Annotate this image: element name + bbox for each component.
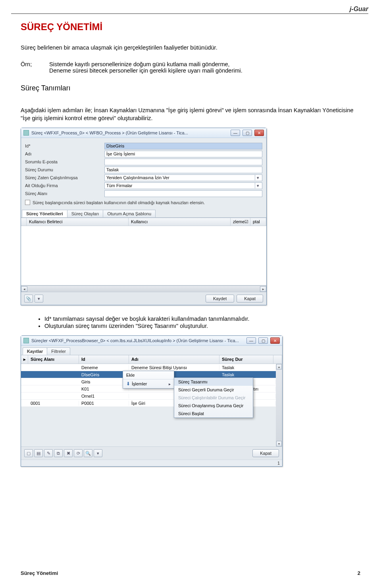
scroll-right-icon[interactable]: ▸ — [260, 286, 266, 292]
submenu-baslat[interactable]: Süreci Başlat — [174, 410, 253, 418]
attach-icon[interactable]: 📎 — [24, 295, 33, 303]
label-id: Id* — [25, 144, 103, 148]
col-adi[interactable]: Adı — [129, 355, 219, 364]
close-button[interactable]: ✕ — [254, 130, 264, 136]
kaydet-button[interactable]: Kaydet — [206, 295, 234, 303]
label-zaten: Süreç Zaten Çalıştırılmışsa — [25, 175, 103, 180]
tab-kayitlar[interactable]: Kayıtlar — [23, 347, 47, 355]
chevron-right-icon: ▸ — [169, 382, 171, 386]
new-icon[interactable]: ▢ — [24, 449, 33, 457]
down-arrow-icon: ⬇ — [126, 381, 130, 387]
window-body: Id* DIseGiris Adı İşe Giriş İşlemi Sorum… — [21, 138, 266, 305]
label-firma: Ait Olduğu Firma — [25, 183, 103, 188]
field-sorumlu[interactable] — [104, 159, 262, 165]
bullet-list: Id* tanımlaması sayısal değer ve boşluk … — [44, 316, 360, 329]
process-browser-window: Süreçler <WFXF_ProcessBrowser_0> < com.l… — [21, 335, 283, 467]
kapat-button[interactable]: Kapat — [237, 295, 263, 303]
body-paragraph: Aşağıdaki işlem adımları ile; İnsan Kayn… — [21, 107, 360, 122]
example-block: Örn; Sistemde kayıtlı personellerinize d… — [21, 61, 360, 74]
col-izleme[interactable]: zleme☑ — [231, 218, 250, 226]
checkbox-label: Süreç başlangıcında süreci başlatan kull… — [33, 200, 205, 205]
checkbox-exclude-pools[interactable] — [25, 200, 30, 205]
subsection-heading: Süreç Tanımları — [21, 84, 360, 92]
dropdown-icon[interactable]: ▾ — [94, 449, 102, 457]
record-count: 1 — [277, 461, 280, 465]
window-footer: 📎 ▾ Kaydet Kapat — [21, 292, 266, 305]
tab-yoneticileri[interactable]: Süreç Yöneticileri — [22, 210, 67, 217]
scroll-left-icon[interactable]: ◂ — [21, 286, 27, 292]
brand-header: j-Guar — [11, 6, 368, 14]
minimize-button[interactable]: — — [231, 130, 240, 136]
kapat-button[interactable]: Kapat — [252, 449, 279, 457]
field-firma[interactable]: Tüm Firmalar▾ — [104, 182, 262, 189]
col-spacer — [273, 355, 282, 364]
example-line2: Deneme süresi bitecek personeller için g… — [49, 67, 360, 74]
maximize-button[interactable]: ▢ — [242, 130, 252, 136]
maximize-button[interactable]: ▢ — [258, 337, 268, 344]
tab-oturum[interactable]: Oturum Açma Şablonu — [103, 210, 156, 217]
browser-grid-body[interactable]: DenemeDeneme Süresi Bitişi UyarısıTaslak… — [21, 364, 276, 407]
page-title: SÜREÇ YÖNETİMİ — [21, 21, 360, 33]
context-menu[interactable]: Ekle ⬇İşlemler ▸ — [123, 371, 174, 389]
process-edit-window: Süreç <WFXF_Process_0> < WFBO_Process > … — [21, 128, 267, 305]
chevron-down-icon: ▾ — [255, 175, 260, 180]
example-body: Sistemde kayıtlı personellerinize doğum … — [49, 61, 360, 74]
col-iptal[interactable]: ptal — [250, 218, 266, 226]
edit-icon[interactable]: ✎ — [44, 449, 53, 457]
col-kullanici-belirteci[interactable]: Kullanıcı Belirteci — [27, 218, 129, 226]
context-submenu[interactable]: Süreç Tasarımı Süreci Geçerli Duruma Geç… — [174, 377, 253, 418]
example-line1: Sistemde kayıtlı personellerinize doğum … — [49, 61, 360, 67]
scroll-up-icon[interactable]: ▴ — [276, 364, 282, 370]
status-row: 1 — [21, 460, 282, 466]
intro-text: Süreç belirlenen bir amaca ulaşmak için … — [21, 44, 360, 51]
vertical-scrollbar[interactable]: ▴ ▾ — [276, 364, 282, 446]
field-id[interactable]: DIseGiris — [104, 143, 262, 149]
ctx-menu-islemler[interactable]: ⬇İşlemler ▸ — [123, 379, 174, 388]
browser-footer: ▢ ▤ ✎ ⧉ ✖ ⟳ 🔍 ▾ Kapat — [21, 446, 282, 460]
label-durum: Süreç Durumu — [25, 167, 103, 172]
footer-left: Süreç Yönetimi — [21, 570, 58, 576]
window-title: Süreç <WFXF_Process_0> < WFBO_Process > … — [31, 130, 228, 135]
submenu-surec-tasarimi[interactable]: Süreç Tasarımı — [174, 378, 253, 386]
open-icon[interactable]: ▤ — [34, 449, 43, 457]
footer-page-number: 2 — [358, 570, 360, 576]
window-titlebar: Süreç <WFXF_Process_0> < WFBO_Process > … — [21, 128, 266, 138]
ctx-menu-ekle[interactable]: Ekle — [123, 371, 174, 379]
minimize-button[interactable]: — — [246, 337, 256, 344]
browser-grid-header: ▸ Süreç Alanı Id Adı Süreç Dur — [21, 355, 282, 364]
horizontal-scrollbar[interactable]: ◂ ▸ — [21, 285, 266, 292]
field-alan[interactable] — [104, 190, 262, 197]
dropdown-icon[interactable]: ▾ — [35, 295, 43, 303]
bullet-item: Id* tanımlaması sayısal değer ve boşluk … — [44, 316, 360, 322]
page-footer: Süreç Yönetimi 2 — [21, 570, 360, 576]
chevron-down-icon: ▾ — [255, 183, 260, 188]
col-kullanici[interactable]: Kullanıcı — [129, 218, 231, 226]
field-adi[interactable]: İşe Giriş İşlemi — [104, 151, 262, 157]
tab-group: Süreç Yöneticileri Süreç Olayları Oturum… — [21, 210, 266, 218]
scroll-down-icon[interactable]: ▾ — [276, 441, 282, 446]
submenu-onaylanmis[interactable]: Süreci Onaylanmış Duruma Geçir — [174, 402, 253, 410]
grid-header: Kullanıcı Belirteci Kullanıcı zleme☑ pta… — [21, 218, 266, 226]
field-zaten[interactable]: Yeniden Çalıştırılmasına İzin Ver▾ — [104, 174, 262, 181]
window-titlebar: Süreçler <WFXF_ProcessBrowser_0> < com.l… — [21, 336, 282, 346]
app-icon — [23, 338, 29, 343]
table-row[interactable]: DenemeDeneme Süresi Bitişi UyarısıTaslak — [21, 364, 276, 371]
submenu-calistirilabilir: Süreci Çalıştırılabilir Duruma Geçir — [174, 394, 253, 402]
search-icon[interactable]: 🔍 — [84, 449, 92, 457]
row-marker-col: ▸ — [21, 355, 28, 364]
label-adi: Adı — [25, 151, 103, 156]
copy-icon[interactable]: ⧉ — [54, 449, 63, 457]
delete-icon[interactable]: ✖ — [64, 449, 73, 457]
col-surec-alani[interactable]: Süreç Alanı — [28, 355, 79, 364]
example-label: Örn; — [21, 61, 37, 74]
col-id[interactable]: Id — [79, 355, 129, 364]
grid-body[interactable] — [21, 226, 266, 285]
tab-olaylari[interactable]: Süreç Olayları — [67, 210, 104, 217]
refresh-icon[interactable]: ⟳ — [74, 449, 83, 457]
app-icon — [23, 130, 29, 136]
col-surec-durumu[interactable]: Süreç Dur — [219, 355, 273, 364]
submenu-gecerli[interactable]: Süreci Geçerli Duruma Geçir — [174, 386, 253, 394]
label-sorumlu: Sorumlu E-posta — [25, 159, 103, 164]
close-button[interactable]: ✕ — [270, 337, 280, 344]
tab-filtreler[interactable]: Filtreler — [47, 347, 70, 355]
